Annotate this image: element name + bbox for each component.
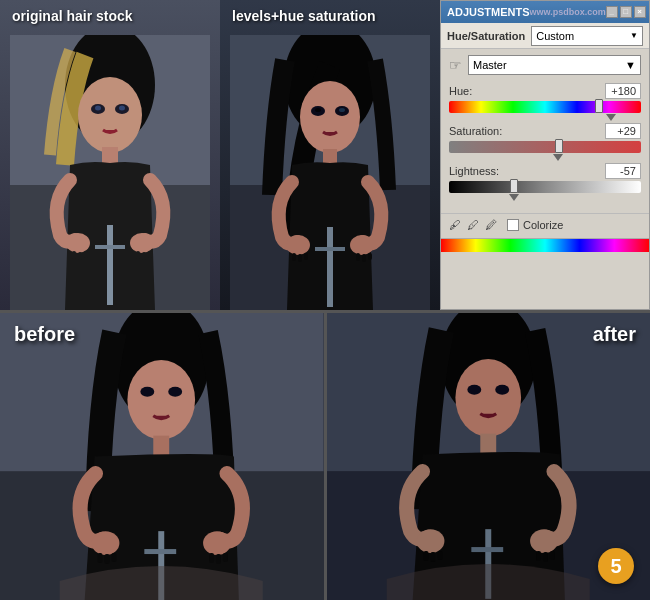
svg-point-26 [339,108,345,112]
before-panel: before [0,313,327,600]
svg-point-64 [530,529,558,553]
svg-rect-66 [430,552,435,562]
svg-rect-32 [304,253,308,260]
svg-rect-45 [153,436,169,458]
svg-rect-35 [368,253,372,260]
svg-rect-16 [148,251,152,258]
maximize-button[interactable]: □ [620,6,632,18]
preset-dropdown-arrow: ▼ [630,31,638,40]
adjustments-panel: ADJUSTMENTS www.psdbox.com _ □ × Hue/Sat… [440,0,650,310]
adj-tools: 🖋 🖊 🖉 Colorize [441,213,649,236]
minimize-button[interactable]: _ [606,6,618,18]
svg-point-22 [300,81,360,153]
panel-title: ADJUSTMENTS [447,6,530,18]
lightness-marker [509,194,519,201]
svg-point-28 [286,235,310,255]
svg-point-29 [350,235,374,255]
saturation-value[interactable]: +29 [605,123,641,139]
svg-point-46 [92,531,120,555]
svg-rect-50 [111,553,116,562]
hue-sat-label: Hue/Saturation [447,30,525,42]
svg-point-43 [140,387,154,397]
panel-header: ADJUSTMENTS www.psdbox.com _ □ × [441,1,649,23]
svg-rect-65 [423,551,428,561]
adj-content: ☞ Master ▼ Hue: +180 [441,49,649,209]
lightness-value[interactable]: -57 [605,163,641,179]
svg-rect-49 [105,554,110,564]
saturation-slider-group: Saturation: +29 [449,123,641,153]
hue-thumb[interactable] [595,99,603,113]
svg-rect-62 [480,434,496,454]
svg-point-63 [416,529,444,553]
close-button[interactable]: × [634,6,646,18]
svg-rect-38 [315,247,345,251]
window-controls: _ □ × [606,6,646,18]
after-panel: after [327,313,651,600]
preset-dropdown[interactable]: Custom ▼ [531,26,643,46]
saturation-track[interactable] [449,141,641,153]
saturation-marker [553,154,563,161]
colorize-checkbox[interactable] [507,219,519,231]
adjusted-figure [230,35,430,310]
svg-rect-33 [356,253,360,261]
channel-dropdown-arrow: ▼ [625,59,636,71]
svg-rect-12 [78,252,82,260]
svg-rect-55 [144,549,176,554]
top-left-label: original hair stock [12,8,133,24]
hue-slider-group: Hue: +180 [449,83,641,113]
step-number: 5 [610,555,621,578]
svg-rect-51 [209,553,214,563]
top-right-photo: levels+hue saturation [220,0,440,310]
saturation-thumb[interactable] [555,139,563,153]
svg-point-59 [455,359,521,437]
svg-rect-70 [549,551,554,560]
svg-rect-15 [142,252,146,260]
eyedropper-minus-icon[interactable]: 🖉 [485,218,497,232]
rainbow-bar [441,238,649,252]
svg-point-3 [78,77,142,153]
channel-icon: ☞ [449,57,462,73]
channel-value: Master [473,59,507,71]
svg-rect-31 [298,254,302,262]
site-label: www.psdbox.com [530,7,606,17]
hue-marker [606,114,616,121]
svg-rect-37 [327,227,333,307]
lightness-track[interactable] [449,181,641,193]
svg-rect-13 [84,251,88,258]
svg-point-44 [168,387,182,397]
hue-track[interactable] [449,101,641,113]
after-label: after [593,323,636,346]
preset-value: Custom [536,30,574,42]
svg-rect-52 [216,554,221,564]
svg-point-25 [315,108,321,112]
lightness-slider-group: Lightness: -57 [449,163,641,193]
svg-rect-34 [362,254,366,262]
channel-dropdown[interactable]: Master ▼ [468,55,641,75]
svg-rect-69 [542,552,547,562]
svg-point-61 [495,385,509,395]
svg-rect-30 [292,253,296,261]
channel-row: ☞ Master ▼ [449,55,641,75]
lightness-label: Lightness: [449,165,499,177]
svg-rect-68 [536,551,541,561]
svg-rect-18 [95,245,125,249]
eyedropper-plus-icon[interactable]: 🖊 [467,218,479,232]
bottom-row: before [0,310,650,600]
step-badge: 5 [598,548,634,584]
top-left-photo: original hair stock [0,0,220,310]
svg-rect-14 [136,251,140,259]
svg-point-9 [66,233,90,253]
svg-rect-53 [223,553,228,562]
svg-rect-72 [471,547,503,552]
colorize-row: Colorize [507,219,563,231]
eyedropper-icon[interactable]: 🖋 [449,218,461,232]
colorize-label: Colorize [523,219,563,231]
svg-rect-11 [72,251,76,259]
before-figure [0,313,324,600]
hue-label: Hue: [449,85,472,97]
lightness-thumb[interactable] [510,179,518,193]
hue-value[interactable]: +180 [605,83,641,99]
sub-header: Hue/Saturation Custom ▼ [441,23,649,49]
svg-point-7 [119,106,125,111]
svg-point-42 [127,360,195,440]
